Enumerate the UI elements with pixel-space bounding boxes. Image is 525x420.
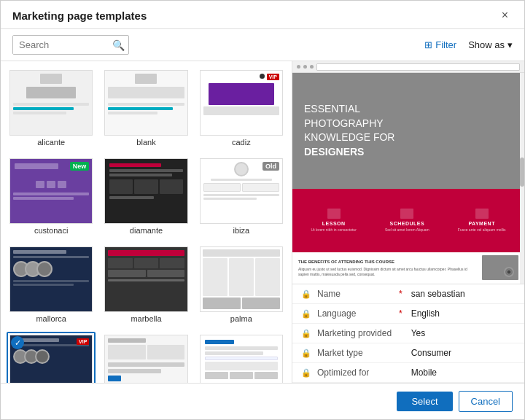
show-as-button[interactable]: Show as ▾ [468, 39, 513, 50]
template-name-mallorca: mallorca [36, 314, 66, 323]
filter-button[interactable]: ⊞ Filter [424, 39, 456, 50]
camera-lens-inner [507, 270, 512, 275]
cadiz-box [209, 83, 274, 105]
lock-icon-marketing: 🔒 [301, 329, 311, 338]
vip-badge-san-sebastian: VIP [77, 338, 89, 345]
template-item-sitges[interactable]: sitges [101, 332, 190, 383]
preview-lower: THE BENEFITS OF ATTENDING THIS COURSE Al… [292, 252, 524, 284]
template-name-alicante: alicante [37, 138, 65, 147]
lock-icon-name: 🔒 [301, 289, 311, 299]
preview-lower-body: Aliquam eu justo ut sed luctus euismod. … [298, 267, 476, 277]
strip-desc-schedules: Sed sit amet lorem Aliquam [385, 228, 429, 232]
template-item-diamante[interactable]: diamante [101, 155, 190, 238]
vip-badge-cadiz: VIP [267, 74, 279, 80]
template-name-ibiza: ibiza [233, 226, 250, 235]
filter-label: Filter [435, 39, 456, 50]
template-item-custonaci[interactable]: New custona [7, 155, 96, 238]
search-input[interactable] [13, 36, 108, 54]
chevron-down-icon: ▾ [508, 39, 513, 50]
close-button[interactable]: × [497, 8, 513, 23]
url-dot-3 [310, 65, 314, 69]
cancel-button[interactable]: Cancel [459, 391, 513, 412]
prop-row-optimized: 🔒 Optimized for * Mobile [292, 363, 524, 383]
preview-hero-line4: DESIGNERS [304, 146, 364, 158]
search-button[interactable]: 🔍 [108, 36, 129, 54]
template-item-san-sebastian[interactable]: ✓ VIP [7, 332, 96, 383]
template-item-struct-1[interactable]: struct-1 [197, 332, 286, 383]
template-thumb-ibiza: Old [200, 158, 283, 224]
prop-required-name: * [399, 289, 402, 299]
toolbar-right: ⊞ Filter Show as ▾ [424, 39, 513, 50]
template-name-blank: blank [136, 138, 155, 147]
prop-row-language: 🔒 Language * English [292, 304, 524, 324]
strip-item-payment: PAYMENT Fusce ante vel aliquam mollis [458, 209, 506, 232]
badge-old-ibiza: Old [262, 162, 279, 171]
template-thumb-sitges [104, 335, 187, 383]
prop-value-name: san sebastian [411, 289, 465, 299]
preview-scrollbar[interactable] [520, 73, 524, 284]
preview-hero-line1: ESSENTIAL [304, 103, 360, 114]
preview-scrollbar-thumb [520, 158, 524, 187]
prop-row-market-type: 🔒 Market type * Consumer [292, 343, 524, 363]
preview-red-strip: LESSON Ut lorem nibh in consectetur SCHE… [292, 189, 524, 252]
template-name-custonaci: custonaci [34, 226, 68, 235]
template-grid-panel: alicante blank [1, 61, 292, 383]
template-item-ibiza[interactable]: Old ibiza [197, 155, 286, 238]
prop-label-language: Language [317, 308, 397, 319]
template-name-diamante: diamante [130, 226, 163, 235]
prop-label-market-type: Market type [317, 348, 397, 358]
lock-icon-language: 🔒 [301, 309, 311, 319]
dialog-footer: Select Cancel [1, 383, 524, 419]
template-thumb-custonaci: New [9, 158, 93, 224]
badge-new-custonaci: New [70, 162, 90, 171]
preview-lower-title: THE BENEFITS OF ATTENDING THIS COURSE [298, 259, 476, 265]
preview-img-inner: ESSENTIAL PHOTOGRAPHY KNOWLEDGE FOR DESI… [292, 73, 524, 284]
dialog-title: Marketing page templates [12, 9, 147, 22]
template-thumb-marbella [104, 246, 187, 312]
url-dot-2 [303, 65, 307, 69]
url-bar-address [316, 63, 520, 71]
template-thumb-cadiz: VIP [200, 70, 283, 136]
preview-hero-text: ESSENTIAL PHOTOGRAPHY KNOWLEDGE FOR DESI… [304, 102, 394, 159]
select-button[interactable]: Select [397, 392, 452, 411]
template-thumb-struct-1 [200, 335, 283, 383]
prop-value-marketing: Yes [411, 328, 426, 338]
template-thumb-blank [104, 70, 187, 136]
template-name-cadiz: cadiz [232, 138, 251, 147]
template-thumb-mallorca [9, 246, 93, 312]
preview-lower-text: THE BENEFITS OF ATTENDING THIS COURSE Al… [298, 259, 476, 277]
dialog-toolbar: 🔍 ⊞ Filter Show as ▾ [1, 29, 524, 61]
template-item-marbella[interactable]: marbella [101, 244, 190, 326]
strip-label-payment: PAYMENT [458, 221, 506, 226]
prop-value-optimized: Mobile [411, 368, 437, 378]
template-item-cadiz[interactable]: VIP cadiz [197, 67, 286, 149]
preview-hero: ESSENTIAL PHOTOGRAPHY KNOWLEDGE FOR DESI… [292, 73, 524, 189]
prop-required-language: * [399, 308, 402, 319]
dialog-header: Marketing page templates × [1, 1, 524, 29]
prop-row-name: 🔒 Name * san sebastian [292, 284, 524, 304]
strip-icon-lesson [327, 209, 341, 219]
template-item-mallorca[interactable]: mallorca [7, 244, 96, 326]
dialog-body: alicante blank [1, 61, 524, 383]
strip-item-lesson: LESSON Ut lorem nibh in consectetur [311, 209, 357, 232]
properties-panel: 🔒 Name * san sebastian 🔒 Language * Engl… [292, 284, 524, 383]
template-name-marbella: marbella [131, 314, 161, 323]
prop-value-market-type: Consumer [411, 348, 451, 358]
search-box: 🔍 [12, 35, 129, 55]
template-item-alicante[interactable]: alicante [7, 67, 96, 149]
template-name-palma: palma [230, 314, 252, 323]
lock-icon-optimized: 🔒 [301, 368, 311, 378]
prop-label-marketing: Marketing provided [317, 328, 397, 338]
preview-hero-line3: KNOWLEDGE FOR [304, 131, 394, 143]
template-thumb-alicante [9, 70, 93, 136]
strip-icon-schedules [400, 209, 413, 219]
strip-icon-payment [475, 209, 489, 219]
prop-value-language: English [411, 308, 440, 319]
preview-url-bar [292, 61, 524, 73]
strip-desc-payment: Fusce ante vel aliquam mollis [458, 228, 506, 232]
strip-label-lesson: LESSON [311, 221, 357, 226]
template-item-palma[interactable]: palma [197, 244, 286, 326]
template-thumb-diamante [104, 158, 187, 224]
marketing-templates-dialog: Marketing page templates × 🔍 ⊞ Filter Sh… [0, 0, 525, 420]
template-item-blank[interactable]: blank [101, 67, 190, 149]
